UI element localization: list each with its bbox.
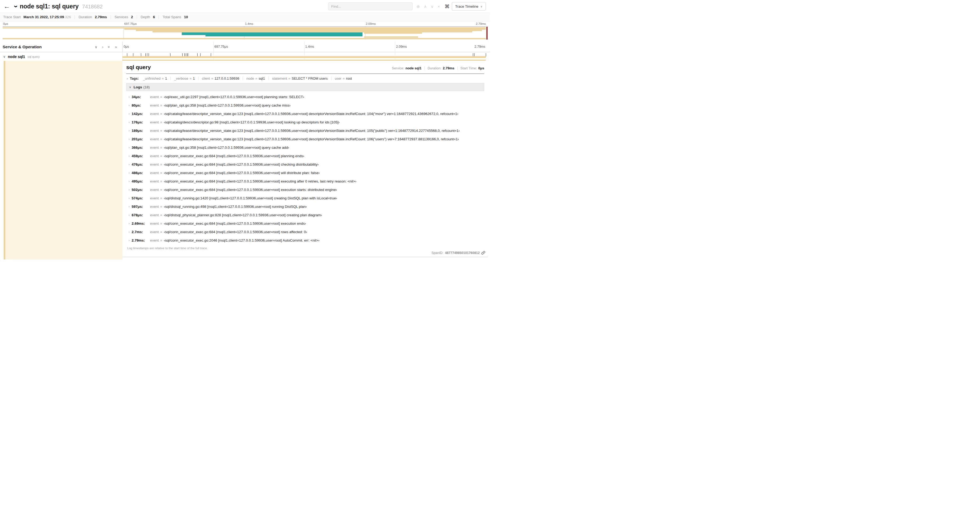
log-row[interactable]: › 502μs: event = ‹sql/conn_executor_exec… — [126, 185, 484, 194]
chevron-right-icon: › — [129, 163, 130, 166]
span-detail-panel: sql query Service: node sql1 Duration: 2… — [123, 61, 488, 257]
next-match-icon[interactable]: ∨ — [431, 5, 434, 8]
span-detail-header: sql query Service: node sql1 Duration: 2… — [126, 64, 484, 74]
span-detail-stats: Service: node sql1 Duration: 2.79ms Star… — [392, 66, 484, 70]
trace-view-selector[interactable]: Trace Timeline ∨ — [452, 2, 486, 11]
log-row[interactable]: › 142μs: event = ‹sql/catalog/lease/desc… — [126, 109, 484, 118]
deep-link-icon[interactable] — [481, 251, 485, 255]
clear-search-icon[interactable]: × — [438, 5, 440, 8]
chevron-right-icon: › — [129, 213, 130, 217]
log-field-key: event — [150, 188, 159, 192]
trace-id: 7418682 — [82, 4, 103, 10]
span-name-cell[interactable]: ∨ node sql1 sql query — [0, 52, 123, 61]
log-row[interactable]: › 34μs: event = ‹sql/exec_util.go:2297 [… — [126, 93, 484, 101]
divider — [75, 15, 75, 19]
log-row[interactable]: › 678μs: event = ‹sql/distsql_physical_p… — [126, 211, 484, 219]
services-stat: Services 2 — [115, 15, 133, 19]
span-id-label: SpanID: — [431, 251, 443, 255]
logs-list: › 34μs: event = ‹sql/exec_util.go:2297 [… — [126, 93, 484, 244]
span-stat: Duration: 2.79ms — [422, 66, 455, 70]
ruler-tick-label: 0μs — [3, 22, 8, 25]
log-row[interactable]: › 2.79ms: event = ‹sql/conn_executor_exe… — [126, 236, 484, 244]
trace-page-header: ← › node sql1: sql query 7418682 ⊕ ∧ ∨ ×… — [0, 0, 490, 13]
log-row[interactable]: › 176μs: event = ‹sql/catalog/descs/desc… — [126, 118, 484, 126]
log-row[interactable]: › 597μs: event = ‹sql/distsql_running.go… — [126, 202, 484, 211]
locate-icon[interactable]: ⊕ — [417, 5, 420, 8]
log-row[interactable]: › 189μs: event = ‹sql/catalog/lease/desc… — [126, 126, 484, 135]
tags-accordion-toggle[interactable]: › Tags: _unfinished = 1 _verbose = 1 — [126, 74, 484, 83]
log-field-value: ‹sql/conn_executor_exec.go:684 [nsql1,cl… — [164, 222, 306, 225]
ruler-tick-label: 1.4ms — [244, 22, 253, 25]
ruler-tick-label: 2.79ms — [476, 22, 486, 25]
log-timestamp: 142μs: — [132, 112, 150, 116]
log-timestamp: 80μs: — [132, 103, 150, 107]
minimap-span-bar — [364, 37, 418, 38]
log-row[interactable]: › 486μs: event = ‹sql/conn_executor_exec… — [126, 169, 484, 177]
trace-start-stat: Trace Start March 31 2022, 17:25:09.326 — [3, 15, 71, 19]
minimap-span-bar — [182, 32, 363, 35]
find-input[interactable] — [328, 2, 412, 10]
log-timestamp: 502μs: — [132, 188, 150, 192]
logs-accordion-toggle[interactable]: ∨ Logs (18) — [126, 83, 484, 91]
prev-match-icon[interactable]: ∧ — [424, 5, 427, 8]
log-timestamp: 189μs: — [132, 129, 150, 133]
log-row[interactable]: › 476μs: event = ‹sql/conn_executor_exec… — [126, 160, 484, 169]
trace-timeline-page: ← › node sql1: sql query 7418682 ⊕ ∧ ∨ ×… — [0, 0, 490, 260]
trace-name: node sql1: sql query — [20, 3, 79, 10]
chevron-right-icon: › — [129, 121, 130, 124]
chevron-right-icon: › — [129, 112, 130, 115]
log-field-value: ‹sql/conn_executor_exec.go:684 [nsql1,cl… — [164, 188, 337, 192]
tag-item: client = 127.0.0.1:59936 — [195, 77, 239, 80]
log-field-key: event — [150, 129, 159, 133]
log-timestamp: 495μs: — [132, 179, 150, 183]
chevron-right-icon: › — [129, 188, 130, 191]
log-row[interactable]: › 2.7ms: event = ‹sql/conn_executor_exec… — [126, 228, 484, 236]
log-row[interactable]: › 495μs: event = ‹sql/conn_executor_exec… — [126, 177, 484, 185]
log-field-key: event — [150, 163, 159, 166]
span-accent-bar — [123, 60, 486, 61]
collapse-all-icon[interactable]: » — [107, 46, 111, 48]
log-field-key: event — [150, 103, 159, 107]
chevron-down-icon[interactable]: ∨ — [3, 55, 6, 59]
view-selector-label: Trace Timeline — [455, 5, 479, 8]
minimap-canvas[interactable] — [3, 26, 486, 40]
log-timestamp: 366μs: — [132, 145, 150, 150]
log-row[interactable]: › 366μs: event = ‹sql/plan_opt.go:358 [n… — [126, 143, 484, 152]
span-row: ∨ node sql1 sql query — [0, 52, 490, 61]
minimap-ruler: 0μs 697.75μs 1.4ms 2.09ms 2.79ms — [3, 22, 486, 26]
log-field-key: event — [150, 179, 159, 183]
logs-label: Logs — [134, 85, 142, 89]
ruler-tick-label: 2.09ms — [395, 45, 407, 48]
log-field-value: ‹sql/plan_opt.go:358 [nsql1,client=127.0… — [164, 103, 291, 107]
ruler-tick-label: 1.4ms — [304, 45, 314, 48]
log-field-value: ‹sql/catalog/descs/descriptor.go:98 [nsq… — [164, 120, 340, 124]
expand-all-icon[interactable]: » — [115, 45, 117, 49]
expand-one-icon[interactable]: › — [102, 45, 103, 49]
span-duration-bar[interactable] — [123, 56, 486, 58]
span-bar-cell[interactable] — [123, 52, 486, 61]
back-button[interactable]: ← — [0, 0, 14, 13]
log-row[interactable]: › 2.69ms: event = ‹sql/conn_executor_exe… — [126, 219, 484, 228]
span-operation-name: sql query — [27, 55, 40, 58]
chevron-right-icon: › — [129, 137, 130, 141]
chevron-right-icon: › — [129, 239, 130, 242]
chevron-right-icon: › — [129, 230, 130, 233]
log-field-key: event — [150, 222, 159, 225]
keyboard-shortcuts-button[interactable]: ⌘ — [445, 3, 450, 10]
log-timestamp: 574μs: — [132, 196, 150, 200]
log-row[interactable]: › 574μs: event = ‹sql/distsql_running.go… — [126, 194, 484, 202]
collapse-trace-chevron-icon[interactable]: › — [15, 3, 17, 10]
chevron-right-icon: › — [129, 154, 130, 157]
log-row[interactable]: › 201μs: event = ‹sql/catalog/lease/desc… — [126, 135, 484, 143]
ruler-tick-label: 697.75μs — [213, 45, 228, 48]
span-stat: Start Time: 0μs — [455, 66, 484, 70]
minimap-scrubber-handle[interactable] — [486, 27, 488, 40]
log-row[interactable]: › 459μs: event = ‹sql/conn_executor_exec… — [126, 152, 484, 160]
ruler-tick-label: 2.09ms — [365, 22, 376, 25]
collapse-one-icon[interactable]: ∨ — [95, 45, 97, 49]
log-row[interactable]: › 80μs: event = ‹sql/plan_opt.go:358 [ns… — [126, 101, 484, 109]
log-field-key: event — [150, 137, 159, 141]
ruler-tick-label: 697.75μs — [124, 22, 137, 25]
chevron-right-icon: › — [127, 77, 128, 80]
ruler-tick-label: 2.79ms — [474, 45, 485, 48]
